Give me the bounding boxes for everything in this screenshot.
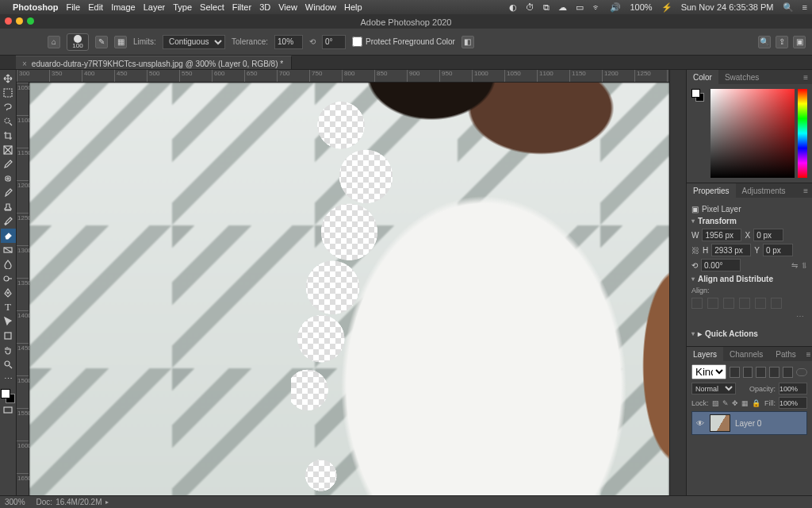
eyedropper-tool[interactable] <box>1 157 16 171</box>
layer-row[interactable]: 👁 Layer 0 <box>691 411 807 435</box>
dropbox-icon[interactable]: ⧉ <box>543 2 550 12</box>
tab-layers[interactable]: Layers <box>687 347 723 361</box>
ruler-vertical[interactable]: 1050110011501200125013001350140014501500… <box>17 83 29 508</box>
tab-paths[interactable]: Paths <box>769 347 802 361</box>
frame-tool[interactable] <box>1 143 16 157</box>
filter-kind-select[interactable]: Kind <box>691 364 726 379</box>
status-icon[interactable]: ◐ <box>509 2 517 12</box>
menu-app[interactable]: Photoshop <box>13 2 58 12</box>
collapsed-panel-strip[interactable] <box>669 70 687 508</box>
close-icon[interactable]: × <box>22 60 27 68</box>
share-icon[interactable]: ⇪ <box>776 36 788 48</box>
menu-select[interactable]: Select <box>200 2 224 12</box>
align-header[interactable]: Align and Distribute <box>691 275 807 283</box>
pen-tool[interactable] <box>1 286 16 300</box>
history-brush-tool[interactable] <box>1 214 16 229</box>
quick-actions-header[interactable]: ▸ Quick Actions <box>691 329 807 338</box>
search-icon[interactable]: 🔍 <box>758 36 771 48</box>
tolerance-input[interactable] <box>274 35 303 49</box>
link-icon[interactable]: ⛓ <box>691 246 699 255</box>
clock[interactable]: Sun Nov 24 6:35:38 PM <box>681 2 774 12</box>
window-close-button[interactable] <box>5 17 12 25</box>
y-input[interactable] <box>763 244 793 256</box>
filter-shape-icon[interactable] <box>769 367 779 378</box>
gradient-tool[interactable] <box>1 243 16 257</box>
stamp-tool[interactable] <box>1 200 16 214</box>
color-swatches[interactable] <box>1 389 15 403</box>
ruler-horizontal[interactable]: 3003504004505005506006507007508008509009… <box>17 70 669 83</box>
tab-properties[interactable]: Properties <box>687 183 736 198</box>
protect-fg-checkbox[interactable]: Protect Foreground Color <box>352 37 455 47</box>
limits-select[interactable]: Contiguous <box>163 35 225 49</box>
filter-adjust-icon[interactable] <box>743 367 753 378</box>
brush-settings-icon[interactable]: ✎ <box>95 36 108 48</box>
menu-window[interactable]: Window <box>305 2 336 12</box>
move-tool[interactable] <box>1 71 16 86</box>
menu-filter[interactable]: Filter <box>232 2 251 12</box>
tab-adjustments[interactable]: Adjustments <box>736 183 792 198</box>
control-center-icon[interactable]: ≡ <box>802 2 807 12</box>
flip-v-icon[interactable]: ⥮ <box>801 261 807 270</box>
transform-header[interactable]: Transform <box>691 217 807 225</box>
wifi-icon[interactable]: ᯤ <box>592 2 601 12</box>
visibility-icon[interactable]: 👁 <box>695 419 705 428</box>
spotlight-icon[interactable]: 🔍 <box>783 2 794 12</box>
fg-bg-swatch[interactable] <box>691 89 704 102</box>
dodge-tool[interactable] <box>1 271 16 286</box>
x-input[interactable] <box>753 229 783 241</box>
align-buttons[interactable] <box>691 298 807 309</box>
tab-color[interactable]: Color <box>687 70 718 84</box>
width-input[interactable] <box>702 229 741 241</box>
layer-thumbnail[interactable] <box>710 414 730 432</box>
filter-type-icon[interactable] <box>756 367 766 378</box>
menu-file[interactable]: File <box>66 2 80 12</box>
hand-tool[interactable] <box>1 343 16 357</box>
window-zoom-button[interactable] <box>27 17 34 25</box>
cloud-icon[interactable]: ☁ <box>558 2 567 12</box>
zoom-tool[interactable] <box>1 357 16 371</box>
filter-toggle[interactable] <box>796 368 807 376</box>
lasso-tool[interactable] <box>1 100 16 114</box>
height-input[interactable] <box>711 244 751 256</box>
filter-smart-icon[interactable] <box>783 367 793 378</box>
menu-3d[interactable]: 3D <box>259 2 270 12</box>
menu-layer[interactable]: Layer <box>144 2 166 12</box>
menu-view[interactable]: View <box>278 2 297 12</box>
path-select-tool[interactable] <box>1 314 16 329</box>
blend-mode-select[interactable]: Normal <box>691 383 736 394</box>
chevron-right-icon[interactable]: ▸ <box>105 498 109 506</box>
volume-icon[interactable]: 🔊 <box>610 2 621 12</box>
menu-edit[interactable]: Edit <box>88 2 103 12</box>
edit-toolbar-icon[interactable]: ⋯ <box>1 371 16 386</box>
filter-pixel-icon[interactable] <box>730 367 740 378</box>
crop-tool[interactable] <box>1 129 16 143</box>
brush-panel-icon[interactable]: ▦ <box>114 36 127 48</box>
angle-input[interactable] <box>322 35 346 49</box>
timer-icon[interactable]: ⏱ <box>526 2 534 12</box>
type-tool[interactable]: T <box>1 300 16 314</box>
fill-input[interactable] <box>779 397 807 409</box>
healing-tool[interactable] <box>1 171 16 186</box>
marquee-tool[interactable] <box>1 86 16 100</box>
flip-h-icon[interactable]: ⇋ <box>791 261 798 270</box>
lock-icon[interactable]: ▦ <box>741 399 749 407</box>
sample-swatch-icon[interactable]: ◧ <box>462 36 474 48</box>
panel-menu-icon[interactable]: ≡ <box>799 71 812 84</box>
hue-slider[interactable] <box>798 89 807 178</box>
layer-name[interactable]: Layer 0 <box>735 419 803 428</box>
quick-select-tool[interactable] <box>1 114 16 129</box>
zoom-value[interactable]: 300% <box>5 498 25 506</box>
eraser-tool[interactable] <box>1 229 16 243</box>
shape-tool[interactable] <box>1 329 16 343</box>
tab-swatches[interactable]: Swatches <box>718 70 765 84</box>
lock-icon[interactable]: 🔒 <box>752 399 760 407</box>
screen-mode-icon[interactable] <box>1 403 16 418</box>
menu-image[interactable]: Image <box>111 2 136 12</box>
home-icon[interactable]: ⌂ <box>48 36 60 48</box>
opacity-input[interactable] <box>779 383 807 394</box>
lock-icon[interactable]: ▧ <box>712 399 719 407</box>
document-tab[interactable]: × eduardo-dutra-y7RT9KHCTcs-unsplash.jpg… <box>16 56 292 69</box>
panel-menu-icon[interactable]: ≡ <box>802 348 812 361</box>
lock-icon[interactable]: ✎ <box>722 399 729 407</box>
panel-menu-icon[interactable]: ≡ <box>799 184 812 198</box>
